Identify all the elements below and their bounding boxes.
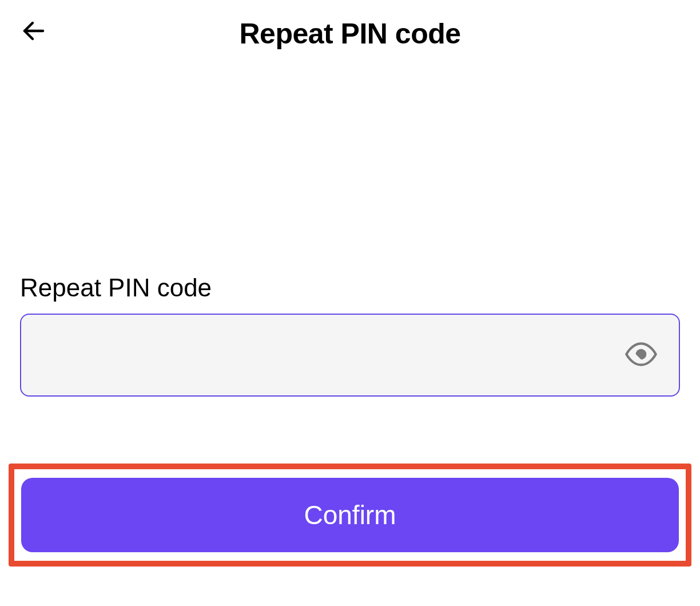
page-title: Repeat PIN code xyxy=(20,17,680,50)
arrow-left-icon xyxy=(20,17,47,47)
pin-input[interactable] xyxy=(20,314,680,397)
pin-input-wrapper xyxy=(20,314,680,397)
eye-icon xyxy=(625,338,657,373)
back-button[interactable] xyxy=(20,17,47,47)
header: Repeat PIN code xyxy=(0,0,700,68)
pin-field-label: Repeat PIN code xyxy=(20,274,680,302)
confirm-button[interactable]: Confirm xyxy=(21,478,679,552)
content: Repeat PIN code xyxy=(0,274,700,397)
toggle-visibility-button[interactable] xyxy=(625,338,657,373)
confirm-button-highlight: Confirm xyxy=(9,464,691,567)
